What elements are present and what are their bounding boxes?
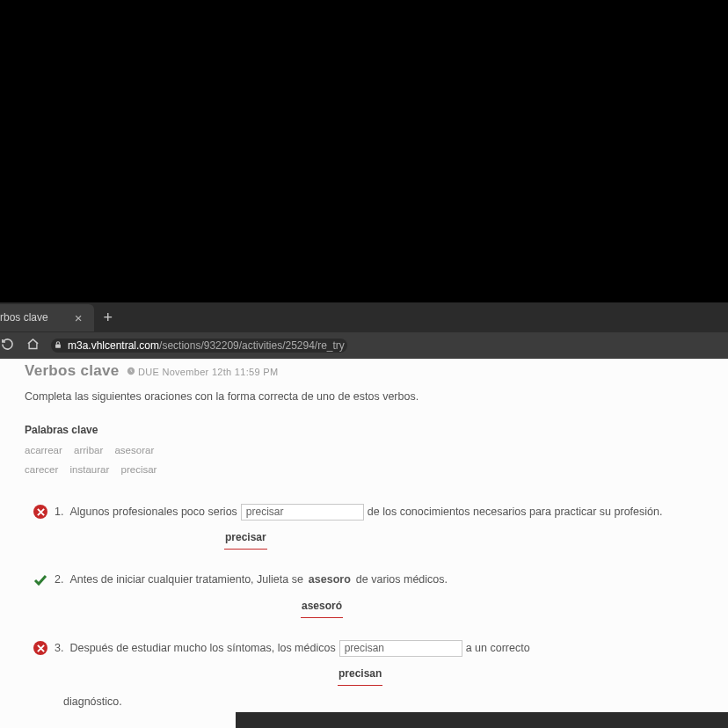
page-header: Verbos clave DUE November 12th 11:59 PM (0, 359, 728, 382)
question-line: 2.Antes de iniciar cualquier tratamiento… (33, 569, 703, 592)
question-text-pre: Algunos profesionales poco serios (69, 501, 237, 523)
keyword: instaurar (70, 464, 110, 475)
title-text: Verbos clave (25, 362, 120, 380)
answer-echo: asesoró (301, 595, 343, 618)
photo-bottom-edge (236, 712, 728, 728)
url-domain: m3a.vhlcentral.com (68, 339, 159, 352)
question-number: 2. (55, 569, 63, 591)
lock-icon (54, 340, 62, 351)
keywords-title: Palabras clave (25, 424, 703, 436)
page-content: Verbos clave DUE November 12th 11:59 PM … (0, 359, 728, 728)
home-icon[interactable] (25, 336, 40, 356)
page-title: Verbos clave DUE November 12th 11:59 PM (25, 362, 703, 380)
keywords-block: Palabras clave acarrear arribar asesorar… (0, 415, 728, 485)
keyword: carecer (25, 464, 58, 475)
reload-icon[interactable] (0, 336, 15, 356)
question-number: 3. (55, 637, 63, 659)
question-line: 3.Después de estudiar mucho los síntomas… (33, 637, 703, 659)
question-number: 1. (55, 501, 63, 523)
keywords-list: acarrear arribar asesorar carecer instau… (25, 441, 703, 480)
browser-chrome: rbos clave × + m3a.vhlcentral.com/sectio… (0, 302, 728, 359)
instructions: Completa las siguientes oraciones con la… (0, 382, 728, 415)
nav-bar: m3a.vhlcentral.com/sections/932209/activ… (0, 332, 728, 359)
answer-echo-row: asesoró (33, 593, 703, 618)
question-text-post: de los conocimientos necesarios para pra… (368, 501, 663, 523)
url-path: /sections/932209/activities/25294/re_try (159, 339, 345, 352)
question-text-continuation: diagnóstico. (63, 691, 703, 713)
keyword: precisar (121, 464, 157, 475)
wrong-icon (33, 505, 47, 519)
address-bar[interactable]: m3a.vhlcentral.com/sections/932209/activ… (51, 339, 347, 353)
wrong-icon (33, 641, 47, 655)
tab-bar: rbos clave × + (0, 302, 728, 332)
question: 1.Algunos profesionales poco serios de l… (33, 501, 703, 550)
keyword: arribar (74, 445, 103, 455)
due-date: November 12th 11:59 PM (162, 367, 278, 377)
svg-rect-0 (55, 345, 61, 348)
browser-tab[interactable]: rbos clave × (0, 304, 94, 331)
answer-echo: precisan (338, 663, 382, 686)
answer-input[interactable] (339, 640, 462, 657)
question: 2.Antes de iniciar cualquier tratamiento… (33, 569, 703, 618)
correct-icon (33, 573, 47, 587)
photo-black-background-top (0, 0, 728, 302)
close-icon[interactable]: × (75, 310, 83, 325)
answer-input[interactable] (241, 504, 364, 521)
question-line: 1.Algunos profesionales poco serios de l… (33, 501, 703, 523)
new-tab-button[interactable]: + (103, 309, 113, 327)
question-text-post: a un correcto (466, 637, 530, 659)
keyword: asesorar (114, 445, 154, 455)
questions-list: 1.Algunos profesionales poco serios de l… (0, 485, 728, 728)
answer-echo: precisar (224, 527, 267, 550)
keyword: acarrear (25, 445, 62, 455)
question-text-pre: Antes de iniciar cualquier tratamiento, … (69, 569, 302, 591)
tab-title: rbos clave (0, 311, 48, 324)
question-text-pre: Después de estudiar mucho los síntomas, … (69, 637, 335, 659)
question-text-post: de varios médicos. (356, 569, 448, 591)
clock-icon (127, 367, 135, 375)
due-label: DUE (138, 367, 159, 377)
due-info: DUE November 12th 11:59 PM (127, 367, 279, 377)
question: 3.Después de estudiar mucho los síntomas… (33, 637, 703, 713)
inline-answer: asesoro (307, 569, 353, 592)
answer-echo-row: precisan (33, 661, 703, 686)
answer-echo-row: precisar (33, 525, 703, 550)
